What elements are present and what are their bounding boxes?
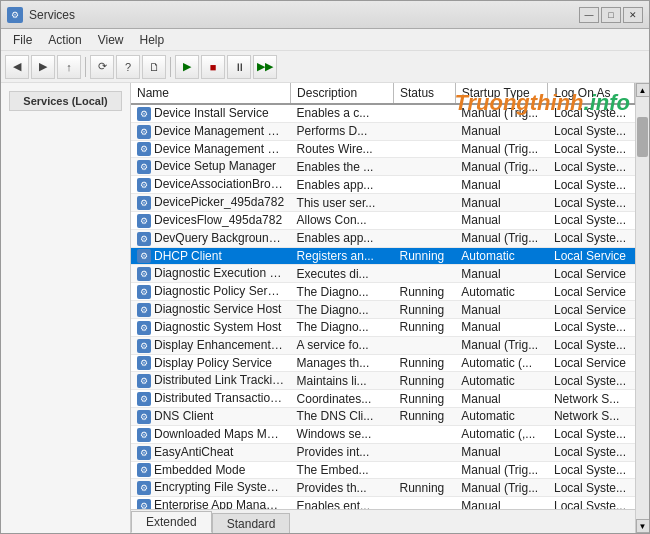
scroll-up-button[interactable]: ▲ [636,83,650,97]
scrollbar[interactable]: ▲ ▼ [635,83,649,533]
maximize-button[interactable]: □ [601,7,621,23]
service-startup: Manual (Trig... [455,336,548,354]
table-row[interactable]: ⚙Embedded ModeThe Embed...Manual (Trig..… [131,461,635,479]
tab-standard[interactable]: Standard [212,513,291,533]
service-name: ⚙EasyAntiCheat [131,443,291,461]
help-button[interactable]: ? [116,55,140,79]
service-desc: Manages th... [291,354,394,372]
service-name: ⚙DevicesFlow_495da782 [131,211,291,229]
service-status [394,461,456,479]
table-row[interactable]: ⚙DevQuery Background Disc...Enables app.… [131,229,635,247]
table-row[interactable]: ⚙Diagnostic Service HostThe Diagno...Run… [131,301,635,319]
service-icon: ⚙ [137,374,151,388]
table-row[interactable]: ⚙Diagnostic Policy ServiceThe Diagno...R… [131,283,635,301]
scroll-thumb[interactable] [637,117,648,157]
service-icon: ⚙ [137,107,151,121]
table-row[interactable]: ⚙Device Install ServiceEnables a c...Man… [131,104,635,122]
service-logon: Local Service [548,283,635,301]
service-icon: ⚙ [137,214,151,228]
table-row[interactable]: ⚙Enterprise App Managemen...Enables ent.… [131,497,635,509]
table-row[interactable]: ⚙Downloaded Maps ManagerWindows se...Aut… [131,425,635,443]
col-header-name[interactable]: Name [131,83,291,104]
service-logon: Local Syste... [548,461,635,479]
col-header-desc[interactable]: Description [291,83,394,104]
service-desc: Enables a c... [291,104,394,122]
service-logon: Local Syste... [548,104,635,122]
table-row[interactable]: ⚙Distributed Link Tracking Cli...Maintai… [131,372,635,390]
table-row[interactable]: ⚙Device Management Enroll...Performs D..… [131,122,635,140]
service-status: Running [394,318,456,336]
service-status [394,265,456,283]
table-row[interactable]: ⚙Diagnostic Execution ServiceExecutes di… [131,265,635,283]
service-desc: Windows se... [291,425,394,443]
service-icon: ⚙ [137,463,151,477]
app-icon: ⚙ [7,7,23,23]
table-row[interactable]: ⚙Diagnostic System HostThe Diagno...Runn… [131,318,635,336]
table-row[interactable]: ⚙Display Enhancement ServiceA service fo… [131,336,635,354]
menu-view[interactable]: View [90,31,132,49]
minimize-button[interactable]: — [579,7,599,23]
service-status [394,176,456,194]
service-name: ⚙Diagnostic Policy Service [131,283,291,301]
service-icon: ⚙ [137,267,151,281]
service-status: Running [394,408,456,426]
table-row[interactable]: ⚙EasyAntiCheatProvides int...ManualLocal… [131,443,635,461]
up-button[interactable]: ↑ [57,55,81,79]
service-desc: Coordinates... [291,390,394,408]
service-startup: Manual (Trig... [455,104,548,122]
col-header-logon[interactable]: Log On As [548,83,635,104]
forward-button[interactable]: ▶ [31,55,55,79]
table-row[interactable]: ⚙Distributed Transaction Coo...Coordinat… [131,390,635,408]
service-desc: Routes Wire... [291,140,394,158]
service-logon: Local Syste... [548,158,635,176]
table-row[interactable]: ⚙DeviceAssociationBroker_49...Enables ap… [131,176,635,194]
service-icon: ⚙ [137,142,151,156]
table-row[interactable]: ⚙Display Policy ServiceManages th...Runn… [131,354,635,372]
tab-bar: Extended Standard [131,509,635,533]
service-logon: Network S... [548,408,635,426]
col-header-status[interactable]: Status [394,83,456,104]
service-logon: Local Service [548,301,635,319]
table-row[interactable]: ⚙DevicePicker_495da782This user ser...Ma… [131,194,635,212]
scroll-track[interactable] [636,97,649,519]
col-header-startup[interactable]: Startup Type [455,83,548,104]
refresh-button[interactable]: ⟳ [90,55,114,79]
table-row[interactable]: ⚙DHCP ClientRegisters an...RunningAutoma… [131,247,635,265]
service-startup: Manual [455,265,548,283]
service-name: ⚙DevicePicker_495da782 [131,194,291,212]
service-icon: ⚙ [137,232,151,246]
service-status: Running [394,301,456,319]
menu-help[interactable]: Help [132,31,173,49]
table-row[interactable]: ⚙DevicesFlow_495da782Allows Con...Manual… [131,211,635,229]
service-startup: Manual [455,211,548,229]
export-button[interactable]: 🗋 [142,55,166,79]
table-container[interactable]: Name Description Status Startup Type Log… [131,83,635,509]
service-name: ⚙Enterprise App Managemen... [131,497,291,509]
start-service-button[interactable]: ▶ [175,55,199,79]
stop-service-button[interactable]: ■ [201,55,225,79]
table-row[interactable]: ⚙Encrypting File System (EFS)Provides th… [131,479,635,497]
close-button[interactable]: ✕ [623,7,643,23]
service-name: ⚙Downloaded Maps Manager [131,425,291,443]
service-startup: Manual [455,318,548,336]
service-desc: This user ser... [291,194,394,212]
service-logon: Local Syste... [548,122,635,140]
service-name: ⚙Distributed Transaction Coo... [131,390,291,408]
service-desc: Enables the ... [291,158,394,176]
service-name: ⚙Distributed Link Tracking Cli... [131,372,291,390]
service-status: Running [394,283,456,301]
tab-extended[interactable]: Extended [131,511,212,533]
service-icon: ⚙ [137,125,151,139]
pause-service-button[interactable]: ⏸ [227,55,251,79]
menu-action[interactable]: Action [40,31,89,49]
table-row[interactable]: ⚙Device Setup ManagerEnables the ...Manu… [131,158,635,176]
menu-file[interactable]: File [5,31,40,49]
table-row[interactable]: ⚙Device Management Wirele...Routes Wire.… [131,140,635,158]
service-status [394,104,456,122]
scroll-down-button[interactable]: ▼ [636,519,650,533]
table-row[interactable]: ⚙DNS ClientThe DNS Cli...RunningAutomati… [131,408,635,426]
restart-service-button[interactable]: ▶▶ [253,55,277,79]
service-status [394,211,456,229]
back-button[interactable]: ◀ [5,55,29,79]
separator-1 [85,57,86,77]
